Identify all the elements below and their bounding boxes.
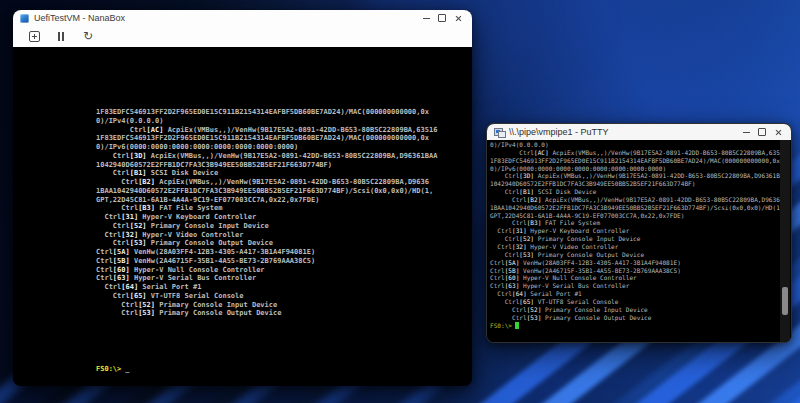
- minimize-button[interactable]: [418, 12, 434, 25]
- console-line: 0)/IPv4(0.0.0.0): [490, 141, 787, 149]
- fullscreen-icon: [29, 31, 40, 42]
- putty-terminal[interactable]: 0)/IPv4(0.0.0.0) Ctrl[AC] AcpiEx(VMBus,,…: [487, 140, 791, 342]
- console-line: Ctrl[B1] SCSI Disk Device: [96, 169, 437, 178]
- putty-titlebar[interactable]: \\.\pipe\vmpipe1 - PuTTY: [487, 124, 791, 140]
- console-line: Ctrl[5B] VenHw(2A46715F-35B1-4A55-BE73-2…: [96, 257, 437, 266]
- console-line: Ctrl[5B] VenHw(2A46715F-35B1-4A55-BE73-2…: [490, 267, 787, 275]
- console-line: Ctrl[60] Hyper-V Null Console Controller: [490, 274, 787, 282]
- close-button[interactable]: [450, 12, 466, 25]
- console-line: Ctrl[31] Hyper-V Keyboard Controller: [96, 213, 437, 222]
- scrollbar-thumb[interactable]: [782, 287, 788, 315]
- console-line: Ctrl[31] Hyper-V Keyboard Controller: [490, 227, 787, 235]
- block-cursor: [515, 322, 519, 328]
- console-line: Ctrl[52] Primary Console Input Device: [96, 301, 437, 310]
- nanabox-app-icon: [20, 14, 29, 23]
- close-icon: [455, 15, 462, 22]
- maximize-icon: [758, 128, 766, 136]
- console-line: 1F83EDFC546913FF2D2F965ED0E15C911B215431…: [490, 157, 787, 165]
- console-line: 1F83EDFC546913FF2D2F965ED0E15C911B215431…: [96, 134, 437, 143]
- restart-button[interactable]: ↻: [81, 30, 95, 44]
- putty-prompt-line: FS0:\>: [490, 322, 519, 330]
- console-line: Ctrl[52] Primary Console Input Device: [490, 306, 787, 314]
- console-line: Ctrl[60] Hyper-V Null Console Controller: [96, 266, 437, 275]
- console-line: Ctrl[32] Hyper-V Video Controller: [96, 231, 437, 240]
- console-line: Ctrl[64] Serial Port #1: [490, 290, 787, 298]
- console-line: 1F83EDFC546913FF2D2F965ED0E15C911B215431…: [96, 108, 437, 117]
- desktop: UefiTestVM - NanaBox ↻ 1F83EDFC546913FF2…: [0, 0, 800, 403]
- restart-icon: ↻: [83, 32, 93, 41]
- nanabox-toolbar: ↻: [13, 26, 472, 47]
- console-line: Ctrl[3D] AcpiEx(VMBus,,)/VenHw(9B17E5A2-…: [96, 152, 437, 161]
- minimize-icon: [423, 18, 430, 19]
- console-line: Ctrl[5A] VenHw(28A03FF4-12B3-4305-A417-3…: [96, 248, 437, 257]
- console-line: Ctrl[53] Primary Console Output Device: [96, 309, 437, 318]
- console-line: Ctrl[64] Serial Port #1: [96, 283, 437, 292]
- text-cursor: _: [125, 365, 129, 373]
- console-line: GPT,22D45C81-6A1B-4A4A-9C19-EF077003CC7A…: [96, 196, 437, 205]
- console-line: Ctrl[65] VT-UTF8 Serial Console: [490, 298, 787, 306]
- console-line: 0)/IPv6(0000:0000:0000:0000:0000:0000:00…: [96, 143, 437, 152]
- console-line: GPT,22D45C81-6A1B-4A4A-9C19-EF077003CC7A…: [490, 212, 787, 220]
- shell-prompt: FS0:\>: [490, 322, 512, 329]
- nanabox-console-text: 1F83EDFC546913FF2D2F965ED0E15C911B215431…: [96, 108, 437, 318]
- nanabox-titlebar[interactable]: UefiTestVM - NanaBox: [13, 10, 472, 26]
- close-button[interactable]: [770, 126, 786, 139]
- console-line: 1042940D60572E2FFB1DC7FA3C3B949EE50BB52B…: [490, 180, 787, 188]
- putty-console-text: 0)/IPv4(0.0.0.0) Ctrl[AC] AcpiEx(VMBus,,…: [490, 141, 787, 321]
- console-line: Ctrl[B1] SCSI Disk Device: [490, 188, 787, 196]
- console-line: Ctrl[32] Hyper-V Video Controller: [490, 243, 787, 251]
- putty-scrollbar[interactable]: [780, 140, 790, 342]
- putty-window-title: \\.\pipe\vmpipe1 - PuTTY: [509, 127, 609, 137]
- console-line: Ctrl[63] Hyper-V Serial Bus Controller: [96, 274, 437, 283]
- console-line: Ctrl[B2] AcpiEx(VMBus,,)/VenHw(9B17E5A2-…: [96, 178, 437, 187]
- putty-window: \\.\pipe\vmpipe1 - PuTTY 0)/IPv4(0.0.0.0…: [486, 123, 792, 343]
- console-line: Ctrl[B3] FAT File System: [96, 204, 437, 213]
- console-line: Ctrl[3D] AcpiEx(VMBus,,)/VenHw(9B17E5A2-…: [490, 172, 787, 180]
- nanabox-vm-console[interactable]: 1F83EDFC546913FF2D2F965ED0E15C911B215431…: [13, 47, 472, 386]
- console-line: Ctrl[53] Primary Console Output Device: [490, 251, 787, 259]
- maximize-icon: [438, 14, 446, 22]
- nanabox-window: UefiTestVM - NanaBox ↻ 1F83EDFC546913FF2…: [13, 10, 472, 386]
- console-line: 0)/IPv6(0000:0000:0000:0000:0000:0000:00…: [490, 165, 787, 173]
- console-line: Ctrl[63] Hyper-V Serial Bus Controller: [490, 282, 787, 290]
- console-line: Ctrl[B2] AcpiEx(VMBus,,)/VenHw(9B17E5A2-…: [490, 196, 787, 204]
- minimize-button[interactable]: [738, 126, 754, 139]
- putty-icon: [494, 128, 504, 137]
- pause-button[interactable]: [54, 30, 68, 44]
- console-line: Ctrl[AC] AcpiEx(VMBus,,)/VenHw(9B17E5A2-…: [490, 149, 787, 157]
- console-line: Ctrl[53] Primary Console Output Device: [96, 239, 437, 248]
- console-line: Ctrl[52] Primary Console Input Device: [490, 235, 787, 243]
- console-line: Ctrl[AC] AcpiEx(VMBus,,)/VenHw(9B17E5A2-…: [96, 126, 437, 135]
- console-line: Ctrl[53] Primary Console Output Device: [490, 314, 787, 322]
- pause-icon: [58, 32, 64, 41]
- console-line: Ctrl[5A] VenHw(28A03FF4-12B3-4305-A417-3…: [490, 259, 787, 267]
- console-line: 1042940D60572E2FFB1DC7FA3C3B949EE50BB52B…: [96, 161, 437, 170]
- maximize-button[interactable]: [434, 12, 450, 25]
- console-line: 0)/IPv4(0.0.0.0): [96, 117, 437, 126]
- close-icon: [775, 129, 782, 136]
- nanabox-window-title: UefiTestVM - NanaBox: [34, 13, 125, 23]
- console-line: Ctrl[B3] FAT File System: [490, 219, 787, 227]
- minimize-icon: [743, 132, 750, 133]
- fullscreen-button[interactable]: [27, 30, 41, 44]
- console-line: Ctrl[65] VT-UTF8 Serial Console: [96, 292, 437, 301]
- console-line: Ctrl[52] Primary Console Input Device: [96, 222, 437, 231]
- shell-prompt: FS0:\>: [96, 365, 121, 373]
- nanabox-prompt-line: FS0:\>_: [96, 365, 130, 374]
- console-line: 1BAA1042940D60572E2FFB1DC7FA3C3B949EE50B…: [490, 204, 787, 212]
- maximize-button[interactable]: [754, 126, 770, 139]
- console-line: 1BAA1042940D60572E2FFB1DC7FA3C3B949EE50B…: [96, 187, 437, 196]
